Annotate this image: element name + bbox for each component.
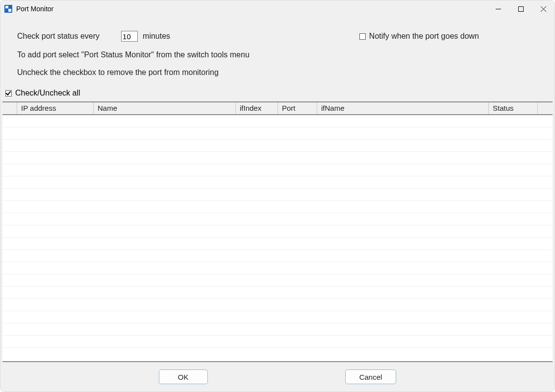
- table-row: [2, 287, 553, 299]
- interval-suffix-label: minutes: [143, 32, 170, 41]
- table-row: [2, 115, 553, 127]
- close-icon: [541, 6, 546, 12]
- close-button[interactable]: [532, 0, 555, 17]
- notify-label: Notify when the port goes down: [369, 32, 479, 41]
- minimize-button[interactable]: [487, 0, 509, 17]
- table-row: [2, 189, 553, 201]
- table-row: [2, 311, 553, 323]
- table-row: [2, 225, 553, 238]
- interval-prefix-label: Check port status every: [17, 32, 100, 41]
- table-row: [2, 274, 553, 287]
- table-row: [2, 336, 553, 348]
- minimize-icon: [496, 6, 501, 12]
- ok-button[interactable]: OK: [159, 369, 208, 384]
- settings-area: Check port status every minutes Notify w…: [0, 17, 555, 88]
- window-controls: [487, 0, 555, 17]
- column-header-port[interactable]: Port: [278, 102, 317, 114]
- instruction-line-2: Uncheck the checkbox to remove the port …: [17, 68, 538, 77]
- table-row: [2, 250, 553, 262]
- table-row: [2, 201, 553, 213]
- column-header-ip[interactable]: IP address: [17, 102, 94, 114]
- cancel-button[interactable]: Cancel: [345, 369, 397, 384]
- maximize-icon: [518, 6, 524, 12]
- table-row: [2, 213, 553, 225]
- table-header: IP address Name ifIndex Port ifName Stat…: [2, 102, 553, 115]
- svg-rect-2: [8, 9, 11, 12]
- column-header-name[interactable]: Name: [94, 102, 236, 114]
- notify-wrap: Notify when the port goes down: [359, 32, 538, 41]
- dialog-footer: OK Cancel: [0, 362, 555, 392]
- port-monitor-window: Port Monitor Check port status every min…: [0, 0, 555, 392]
- table-row: [2, 164, 553, 176]
- column-header-checkbox[interactable]: [2, 102, 17, 114]
- column-header-end: [538, 102, 553, 114]
- table-row: [2, 176, 553, 189]
- table-row: [2, 127, 553, 140]
- instruction-line-1: To add port select "Port Status Monitor"…: [17, 50, 538, 59]
- interval-row: Check port status every minutes Notify w…: [17, 31, 538, 42]
- table-row: [2, 152, 553, 164]
- svg-rect-1: [5, 6, 8, 8]
- svg-rect-4: [518, 6, 523, 11]
- maximize-button[interactable]: [509, 0, 532, 17]
- column-header-status[interactable]: Status: [489, 102, 538, 114]
- interval-input[interactable]: [121, 31, 138, 42]
- table-row: [2, 140, 553, 152]
- notify-checkbox[interactable]: [359, 33, 366, 40]
- check-all-label: Check/Uncheck all: [15, 89, 80, 98]
- column-header-ifname[interactable]: ifName: [317, 102, 489, 114]
- app-icon: [4, 5, 12, 13]
- table-row: [2, 323, 553, 336]
- table-row: [2, 299, 553, 311]
- table-row: [2, 238, 553, 250]
- port-table: IP address Name ifIndex Port ifName Stat…: [2, 101, 553, 362]
- column-header-ifindex[interactable]: ifIndex: [236, 102, 278, 114]
- check-all-row: Check/Uncheck all: [0, 88, 555, 101]
- check-all-checkbox[interactable]: [5, 90, 12, 97]
- titlebar: Port Monitor: [0, 0, 555, 17]
- table-row: [2, 262, 553, 274]
- table-body[interactable]: [2, 115, 553, 361]
- window-title: Port Monitor: [16, 5, 53, 13]
